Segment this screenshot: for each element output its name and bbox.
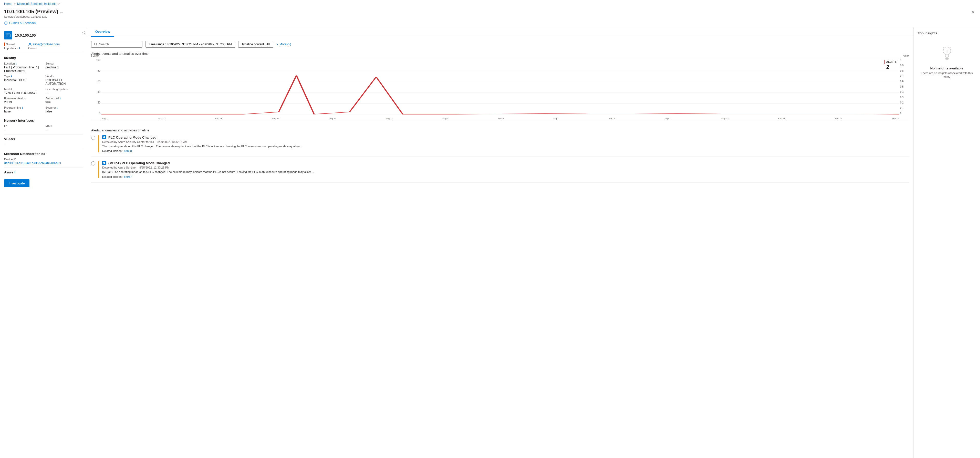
svg-rect-2 [7, 35, 8, 35]
more-filters-button[interactable]: ∨ More (5) [276, 43, 291, 46]
collapse-button[interactable]: ⟨⟨ [82, 30, 85, 34]
related-incident-link-2[interactable]: 87937 [124, 175, 132, 178]
os-value: -- [46, 91, 83, 95]
divider-2 [4, 134, 83, 135]
timeline-meta-2: Detected by Azure Sentinel 8/25/2022, 12… [102, 166, 909, 169]
time-range-filter[interactable]: Time range : 8/20/2022, 3:52:23 PM - 9/1… [145, 41, 235, 48]
timeline-body: PLC Operating Mode Changed Detected by A… [102, 135, 909, 153]
timeline-body-2: (MDIoT) PLC Operating Mode Changed Detec… [102, 161, 909, 178]
mac-label: MAC [46, 124, 83, 127]
shield-icon [103, 136, 105, 138]
sensor-label: Sensor [46, 62, 83, 65]
entity-name: 10.0.100.105 [15, 33, 36, 37]
svg-rect-3 [8, 35, 10, 35]
device-icon [6, 33, 11, 38]
type-value: Industrial | PLC [4, 78, 41, 82]
breadcrumb-home[interactable]: Home [4, 2, 12, 6]
timeline-alert-title-1: PLC Operating Mode Changed [108, 135, 156, 139]
investigate-button[interactable]: Investigate [4, 179, 29, 187]
location-value: Fa 1 | Production_line_4 | ProcessContro… [4, 65, 41, 73]
owner-name: alice@contoso.com [28, 43, 60, 46]
timeline-title: Alerts, anomalies and activities timelin… [91, 128, 909, 132]
timeline-desc-2: (MDIoT) The operating mode on this PLC c… [102, 170, 909, 174]
timeline-content-filter[interactable]: Timeline content : All [238, 41, 273, 48]
timeline-header: PLC Operating Mode Changed [102, 135, 909, 139]
timeline-item: PLC Operating Mode Changed Detected by A… [91, 135, 909, 157]
time-range-label: Time range : 8/20/2022, 3:52:23 PM - 9/1… [149, 43, 232, 46]
mac-value: -- [46, 128, 83, 132]
breadcrumb-sentinel[interactable]: Microsoft Sentinel | Incidents [17, 2, 56, 6]
firmware-value: 20.19 [4, 100, 41, 104]
page-header-left: 10.0.100.105 (Preview) ... Selected work… [4, 9, 63, 18]
content-area: Time range : 8/20/2022, 3:52:23 PM - 9/1… [87, 37, 913, 191]
right-panel: Overview Time range : 8/20 [87, 27, 980, 458]
guides-bar[interactable]: Guides & Feedback [0, 20, 980, 27]
chart-container: 100 80 60 40 20 0 Events [91, 59, 909, 120]
chart-y-right-axis: 1 0.9 0.8 0.7 0.6 0.5 0.4 0.3 0.2 0.1 0 [899, 59, 909, 115]
network-title: Network Interfaces [4, 119, 83, 122]
programming-label: Programming ℹ [4, 106, 41, 109]
guides-icon [4, 21, 8, 25]
guides-label: Guides & Feedback [9, 21, 36, 25]
close-button[interactable]: ✕ [970, 9, 976, 16]
timeline-left-2 [91, 161, 95, 178]
owner-item: alice@contoso.com Owner [28, 43, 60, 50]
sensor-field: Sensor prodline.1 [46, 62, 83, 73]
search-input[interactable] [99, 43, 130, 46]
authorized-field: Authorized ℹ true [46, 97, 83, 104]
chart-title: Alerts, events and anomalies over time [91, 52, 909, 56]
azure-section: Azure ℹ [4, 170, 83, 174]
alert-icon-2 [102, 161, 106, 165]
search-icon [94, 43, 98, 46]
azure-title: Azure ℹ [4, 170, 83, 174]
page-header: 10.0.100.105 (Preview) ... Selected work… [0, 8, 980, 20]
vlans-title: VLANs [4, 137, 83, 141]
divider-3 [4, 149, 83, 149]
insights-panel: Top insights [913, 27, 980, 458]
scanner-label: Scanner ℹ [46, 106, 83, 109]
timeline-section: Alerts, anomalies and activities timelin… [91, 128, 909, 183]
timeline-indicator [99, 135, 99, 153]
vendor-value: ROCKWELL AUTOMATION [46, 78, 83, 86]
model-label: Model [4, 87, 41, 91]
owner-role: Owner [28, 47, 60, 50]
device-id-value[interactable]: dab39013-c310-4e1b-8f5f-cb94b618aa83 [4, 161, 83, 165]
os-label: Operating System [46, 87, 83, 91]
vendor-label: Vendor [46, 75, 83, 78]
timeline-meta-1: Detected by Azure Security Center for Io… [102, 140, 909, 143]
no-insights: No insights available There are no insig… [918, 45, 976, 79]
authorized-value: true [46, 100, 83, 104]
svg-line-19 [943, 48, 944, 48]
svg-point-6 [94, 43, 97, 45]
entity-icon [4, 31, 12, 40]
vendor-field: Vendor ROCKWELL AUTOMATION [46, 75, 83, 86]
timeline-related-1: Related incident: 87858 [102, 149, 909, 153]
importance-label: Normal [4, 43, 20, 46]
identity-fields: Location ℹ Fa 1 | Production_line_4 | Pr… [4, 62, 83, 113]
breadcrumb-sep1: > [14, 2, 16, 6]
breadcrumb-sep2: > [58, 2, 60, 6]
svg-line-7 [96, 45, 97, 46]
programming-value: false [4, 110, 41, 113]
shield-icon-2 [103, 162, 105, 164]
chart-section: Alerts, events and anomalies over time 1… [91, 52, 909, 120]
page-title-more[interactable]: ... [60, 10, 63, 14]
no-insights-desc: There are no insights associated with th… [918, 71, 976, 79]
no-insights-title: No insights available [930, 66, 963, 70]
location-field: Location ℹ Fa 1 | Production_line_4 | Pr… [4, 62, 41, 73]
alert-icon [102, 135, 106, 139]
importance-sublabel: Importance ℹ [4, 47, 20, 50]
timeline-circle-2 [91, 161, 95, 165]
tab-overview[interactable]: Overview [91, 27, 114, 37]
related-incident-link-1[interactable]: 87858 [124, 149, 132, 153]
chart-svg [102, 59, 899, 115]
defender-section: Microsoft Defender for IoT Device ID dab… [4, 152, 83, 165]
main-content: Overview Time range : 8/20 [87, 27, 913, 458]
lightbulb-icon [938, 45, 956, 63]
network-section: Network Interfaces IP -- MAC -- [4, 119, 83, 132]
timeline-left [91, 135, 95, 153]
timeline-header-2: (MDIoT) PLC Operating Mode Changed [102, 161, 909, 165]
events-axis-label: Events [91, 54, 99, 57]
chart-y-left-axis: 100 80 60 40 20 0 [91, 59, 102, 115]
timeline-related-2: Related incident: 87937 [102, 175, 909, 178]
